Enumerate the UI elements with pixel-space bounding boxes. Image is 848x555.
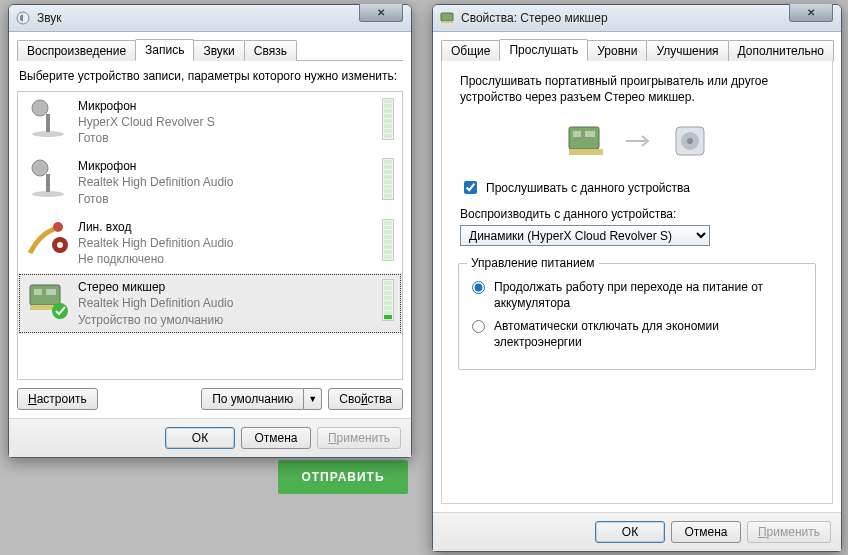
radio-continue[interactable] (472, 281, 485, 294)
power-management-group: Управление питанием Продолжать работу пр… (458, 256, 816, 369)
radio-continue-row[interactable]: Продолжать работу при переходе на питани… (467, 280, 807, 311)
set-default-button[interactable]: По умолчанию (201, 388, 304, 410)
list-item[interactable]: Стерео микшер Realtek High Definition Au… (18, 273, 402, 334)
svg-point-7 (53, 222, 63, 232)
list-item[interactable]: Микрофон Realtek High Definition Audio Г… (18, 152, 402, 213)
device-name: Микрофон (78, 158, 374, 174)
properties-title-text: Свойства: Стерео микшер (461, 11, 608, 25)
tab-levels[interactable]: Уровни (587, 40, 647, 61)
svg-rect-20 (569, 149, 603, 155)
svg-point-3 (32, 100, 48, 116)
device-status: Устройство по умолчанию (78, 312, 374, 328)
tab-playback[interactable]: Воспроизведение (17, 40, 136, 61)
radio-auto-row[interactable]: Автоматически отключать для экономии эле… (467, 319, 807, 350)
properties-button[interactable]: Свойства (328, 388, 403, 410)
properties-tabs: Общие Прослушать Уровни Улучшения Дополн… (441, 38, 833, 61)
svg-rect-18 (573, 131, 581, 137)
listen-checkbox-label: Прослушивать с данного устройства (486, 181, 690, 195)
properties-content: Общие Прослушать Уровни Улучшения Дополн… (433, 32, 841, 512)
tab-advanced[interactable]: Дополнительно (728, 40, 834, 61)
device-text: Стерео микшер Realtek High Definition Au… (78, 279, 374, 328)
properties-window: Свойства: Стерео микшер ✕ Общие Прослуша… (432, 4, 842, 552)
ok-button[interactable]: ОК (595, 521, 665, 543)
ok-button[interactable]: ОК (165, 427, 235, 449)
vu-meter (382, 279, 394, 321)
sound-content: Воспроизведение Запись Звуки Связь Выбер… (9, 32, 411, 418)
apply-button: Применить (747, 521, 831, 543)
device-name: Микрофон (78, 98, 374, 114)
device-list[interactable]: Микрофон HyperX Cloud Revolver S Готов М… (17, 91, 403, 380)
listen-checkbox[interactable] (464, 181, 477, 194)
tab-listen[interactable]: Прослушать (499, 39, 588, 61)
mic-stand-icon (26, 158, 70, 198)
mixer-card-icon (26, 279, 70, 319)
configure-button[interactable]: Настроить (17, 388, 98, 410)
svg-point-6 (32, 160, 48, 176)
svg-rect-12 (46, 289, 56, 295)
speaker-device-icon (672, 123, 708, 162)
listen-checkbox-row[interactable]: Прослушивать с данного устройства (460, 178, 826, 197)
tab-communications[interactable]: Связь (244, 40, 297, 61)
tab-enhancements[interactable]: Улучшения (646, 40, 728, 61)
chevron-down-icon[interactable]: ▼ (304, 388, 322, 410)
cancel-button[interactable]: Отмена (671, 521, 741, 543)
device-sub: Realtek High Definition Audio (78, 295, 374, 311)
power-management-legend: Управление питанием (467, 256, 599, 270)
properties-titlebar[interactable]: Свойства: Стерео микшер ✕ (433, 5, 841, 32)
sound-window: Звук ✕ Воспроизведение Запись Звуки Связ… (8, 4, 412, 458)
radio-continue-label: Продолжать работу при переходе на питани… (494, 280, 807, 311)
tab-recording[interactable]: Запись (135, 39, 194, 61)
device-status: Готов (78, 130, 374, 146)
device-sub: Realtek High Definition Audio (78, 235, 374, 251)
vu-meter (382, 158, 394, 200)
close-icon[interactable]: ✕ (789, 4, 833, 22)
close-icon[interactable]: ✕ (359, 4, 403, 22)
playback-device-label: Воспроизводить с данного устройства: (460, 207, 826, 221)
radio-auto[interactable] (472, 320, 485, 333)
list-item[interactable]: Микрофон HyperX Cloud Revolver S Готов (18, 92, 402, 153)
svg-point-23 (687, 138, 693, 144)
device-name: Стерео микшер (78, 279, 374, 295)
cancel-button[interactable]: Отмена (241, 427, 311, 449)
svg-rect-17 (569, 127, 599, 149)
device-name: Лин. вход (78, 219, 374, 235)
device-sub: Realtek High Definition Audio (78, 174, 374, 190)
svg-point-14 (52, 303, 68, 319)
apply-button: Применить (317, 427, 401, 449)
tab-general[interactable]: Общие (441, 40, 500, 61)
properties-bottom-bar: ОК Отмена Применить (433, 512, 841, 551)
device-status: Не подключено (78, 251, 374, 267)
radio-auto-label: Автоматически отключать для экономии эле… (494, 319, 807, 350)
vu-meter (382, 98, 394, 140)
listen-description: Прослушивать портативный проигрыватель и… (460, 74, 818, 105)
device-text: Микрофон HyperX Cloud Revolver S Готов (78, 98, 374, 147)
instruction-text: Выберите устройство записи, параметры ко… (19, 69, 401, 85)
svg-rect-16 (441, 21, 453, 23)
device-button-row: Настроить По умолчанию ▼ Свойства (17, 388, 403, 410)
svg-rect-11 (34, 289, 42, 295)
device-sub: HyperX Cloud Revolver S (78, 114, 374, 130)
line-in-icon (26, 219, 70, 259)
sound-tabs: Воспроизведение Запись Звуки Связь (17, 38, 403, 61)
tab-sounds[interactable]: Звуки (193, 40, 244, 61)
speaker-icon (15, 10, 31, 26)
list-item[interactable]: Лин. вход Realtek High Definition Audio … (18, 213, 402, 274)
svg-rect-2 (46, 114, 50, 132)
svg-rect-5 (46, 174, 50, 192)
device-text: Лин. вход Realtek High Definition Audio … (78, 219, 374, 268)
background-send-button[interactable]: ОТПРАВИТЬ (278, 460, 408, 494)
svg-rect-19 (585, 131, 595, 137)
svg-point-9 (57, 242, 63, 248)
soundcard-icon (566, 123, 608, 162)
sound-bottom-bar: ОК Отмена Применить (9, 418, 411, 457)
playback-device-select[interactable]: Динамики (HyperX Cloud Revolver S) (460, 225, 710, 246)
vu-meter (382, 219, 394, 261)
card-icon (439, 10, 455, 26)
device-text: Микрофон Realtek High Definition Audio Г… (78, 158, 374, 207)
arrow-right-icon (624, 133, 656, 152)
device-status: Готов (78, 191, 374, 207)
listen-graphic (448, 123, 826, 162)
mic-stand-icon (26, 98, 70, 138)
svg-rect-15 (441, 13, 453, 21)
sound-titlebar[interactable]: Звук ✕ (9, 5, 411, 32)
